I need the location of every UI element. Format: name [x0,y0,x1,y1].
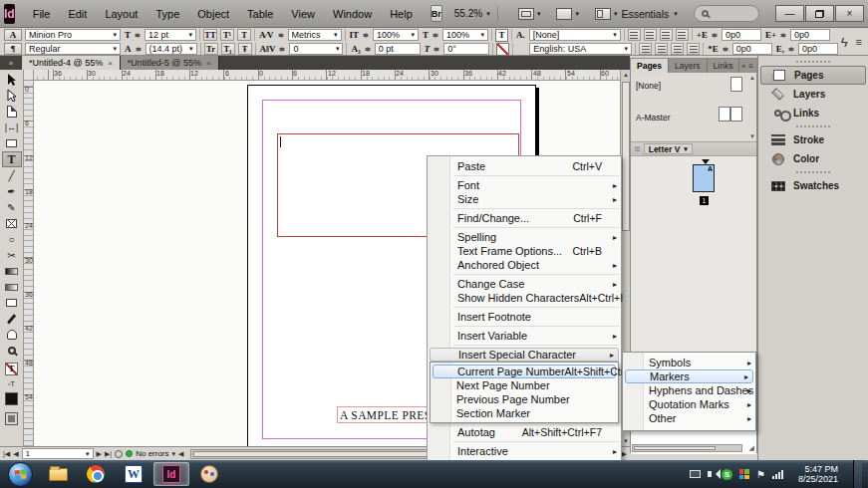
screen-mode-dropdown[interactable]: ▾ [556,8,579,20]
chevron-down-icon[interactable]: ▾ [172,450,176,458]
menu-view[interactable]: View [283,5,323,23]
pencil-tool[interactable]: ✎ [2,199,22,215]
zoom-level-dropdown[interactable]: 55.2% ▾ [454,8,490,19]
selection-tool[interactable] [2,72,22,88]
dock-group-grip[interactable] [758,58,868,66]
show-desktop-button[interactable] [853,460,862,488]
master-item-none[interactable]: [None] [636,81,661,91]
menu-item-autotag[interactable]: AutotagAlt+Shift+Ctrl+F7 [428,425,621,439]
network-signal-icon[interactable] [772,470,783,479]
menu-item-quotation-marks[interactable]: Quotation Marks▸ [623,397,755,411]
view-options-dropdown[interactable]: ▾ [518,8,541,20]
tray-colored-icon[interactable] [739,469,749,479]
align-center-button[interactable] [644,29,657,41]
menu-item-spelling[interactable]: Spelling▸ [428,230,621,244]
pen-tool[interactable]: ✒ [2,183,22,199]
horizontal-scale-stepper[interactable] [433,30,439,41]
note-tool[interactable] [2,295,22,311]
page-tool[interactable] [2,104,22,120]
taskbar-chrome-button[interactable] [78,462,114,486]
menu-edit[interactable]: Edit [60,5,95,23]
justify-left-button[interactable] [639,43,652,55]
line-tool[interactable]: ╱ [2,167,22,183]
hand-tool[interactable] [2,327,22,343]
font-family-field[interactable]: Minion Pro▾ [25,29,121,41]
close-button[interactable]: × [835,5,864,22]
ellipse-tool[interactable]: ○ [2,231,22,247]
ruler-origin-corner[interactable] [24,70,34,81]
preflight-status-text[interactable]: No errors [136,449,168,458]
gap-tool[interactable]: |↔| [2,120,22,135]
paragraph-formatting-icon[interactable]: ¶ [4,43,22,55]
document-tab-untitled4[interactable]: *Untitled-4 @ 55% × [22,56,121,70]
skew-stepper[interactable] [434,44,440,55]
page-1-thumbnail[interactable]: A [693,164,715,192]
dock-item-swatches[interactable]: Swatches [760,176,866,195]
justify-center-button[interactable] [655,43,668,55]
dock-item-stroke[interactable]: Stroke [760,130,866,149]
menu-item-change-case[interactable]: Change Case▸ [428,277,621,291]
taskbar-word-button[interactable]: W [116,462,151,486]
first-line-indent-field[interactable]: 0p0 [732,43,772,55]
scroll-down-icon[interactable]: ▼ [749,133,755,139]
menu-item-insert-footnote[interactable]: Insert Footnote [428,310,621,324]
document-tab-untitled5[interactable]: *Untitled-5 @ 55% × [121,56,219,70]
kerning-field[interactable]: Metrics▾ [288,29,342,41]
character-style-field[interactable]: [None]▾ [529,29,621,41]
first-line-indent-stepper[interactable] [723,44,729,55]
gradient-swatch-tool[interactable] [2,263,22,279]
text-color-chip[interactable]: T [495,29,508,42]
menu-item-text-frame-options[interactable]: Text Frame Options...Ctrl+B [428,244,621,258]
dock-item-links[interactable]: Links [760,104,866,122]
justify-all-button[interactable] [687,43,700,55]
indent-right-field[interactable]: 0p0 [790,29,830,41]
strikethrough-button[interactable]: Ŧ [238,43,252,55]
previous-page-button[interactable]: ◀ [13,450,18,458]
menu-item-current-page-number[interactable]: Current Page NumberAlt+Shift+Ctrl+N [433,365,616,378]
panel-menu-icon[interactable]: ≡ [856,36,862,48]
skew-field[interactable]: 0° [443,43,489,55]
dock-item-pages[interactable]: Pages [760,66,866,85]
menu-item-other[interactable]: Other▸ [623,411,755,425]
dock-group-grip[interactable] [758,168,868,176]
indent-left-stepper[interactable] [712,30,719,41]
rectangle-frame-tool[interactable] [2,215,22,231]
menu-type[interactable]: Type [147,5,187,23]
preview-mode-button[interactable] [2,408,22,428]
subscript-button[interactable]: T₁ [221,43,235,55]
tracking-stepper[interactable] [279,44,286,55]
tray-app-icon[interactable]: S [722,469,732,480]
menu-item-next-page-number[interactable]: Next Page Number [431,378,618,392]
scroll-left-icon[interactable]: ◀ [178,450,183,458]
horizontal-scale-field[interactable]: 100%▾ [442,29,488,41]
space-after-field[interactable]: 0p0 [798,43,838,55]
normal-mode-button[interactable] [2,388,22,408]
scissors-tool[interactable]: ✂ [2,247,22,263]
justify-right-button[interactable] [671,43,684,55]
formatting-affects-buttons[interactable]: ▫T [2,378,22,388]
scroll-up-icon[interactable]: ▲ [749,75,755,81]
menu-item-find-change[interactable]: Find/Change...Ctrl+F [428,211,621,225]
tracking-field[interactable]: 0▾ [289,43,343,55]
leading-field[interactable]: (14.4 pt)▾ [145,43,197,55]
menu-table[interactable]: Table [239,5,281,23]
page-size-dropdown[interactable]: Letter V ▾ [644,143,693,154]
menu-item-font[interactable]: Font▸ [428,178,621,192]
panel-menu-icon[interactable]: ≡ [748,62,753,71]
workspace-switcher[interactable]: Essentials ▾ [621,8,677,20]
last-page-button[interactable]: ▶| [105,450,112,458]
stroke-none-chip[interactable] [496,43,509,56]
space-after-stepper[interactable] [788,44,795,55]
all-caps-button[interactable]: TT [203,29,217,41]
type-tool[interactable]: T [2,151,22,167]
scroll-right-icon[interactable]: ▶ [622,450,627,458]
restore-button[interactable] [805,5,834,22]
menu-item-interactive[interactable]: Interactive▸ [428,444,621,458]
dock-item-color[interactable]: Color [760,149,866,168]
master-item-a-master[interactable]: A-Master [636,113,670,122]
menu-item-insert-variable[interactable]: Insert Variable▸ [428,329,621,343]
close-tab-icon[interactable]: × [206,59,211,68]
arrange-documents-dropdown[interactable]: ▾ [595,8,618,20]
minimize-button[interactable]: — [775,5,804,22]
small-caps-button[interactable]: Tr [204,43,218,55]
